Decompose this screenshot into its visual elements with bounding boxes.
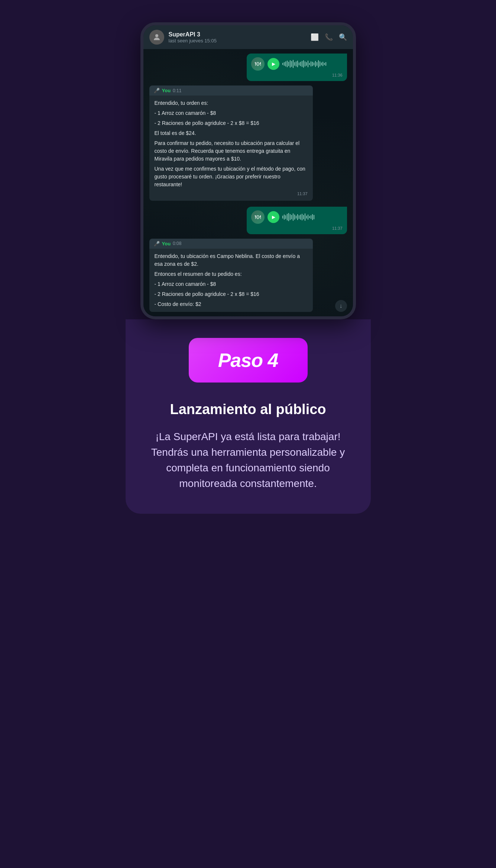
you-duration-1: 0:11 xyxy=(173,88,181,93)
voice-time-2: 11:37 xyxy=(251,226,343,230)
incoming-voice-1: 🍽 xyxy=(247,54,347,81)
play-button-1[interactable] xyxy=(268,58,279,70)
msg-line: El total es de $24. xyxy=(155,129,308,137)
msg-line: - Costo de envío: $2 xyxy=(155,300,308,308)
msg-line: - 1 Arroz con camarón - $8 xyxy=(155,280,308,288)
launch-description: ¡La SuperAPI ya está lista para trabajar… xyxy=(148,429,349,491)
phone-icon[interactable]: 📞 xyxy=(325,33,333,41)
contact-avatar xyxy=(149,30,164,45)
voice-row-1: 🍽 xyxy=(251,57,343,71)
header-icons: ⬜ 📞 🔍 xyxy=(311,33,347,41)
contact-status: last seen jueves 15:05 xyxy=(169,38,306,43)
you-body-2: Entendido, tu ubicación es Campo Neblina… xyxy=(149,249,313,312)
you-body-1: Entendido, tu orden es: - 1 Arroz con ca… xyxy=(149,96,313,201)
waveform-2 xyxy=(282,213,343,221)
chat-window: SuperAPI 3 last seen jueves 15:05 ⬜ 📞 🔍 xyxy=(140,22,356,319)
voice-bubble-2: 🍽 xyxy=(247,207,347,234)
purple-section: Paso 4 Lanzamiento al público ¡La SuperA… xyxy=(126,319,371,514)
you-label-1: You xyxy=(162,88,171,93)
you-duration-2: 0:08 xyxy=(173,241,181,246)
mic-icon-2: 🎤 xyxy=(154,241,160,246)
search-icon[interactable]: 🔍 xyxy=(339,33,347,41)
launch-title: Lanzamiento al público xyxy=(170,401,326,418)
scroll-down-button[interactable]: ↓ xyxy=(335,300,347,312)
video-icon[interactable]: ⬜ xyxy=(311,33,319,41)
incoming-voice-2: 🍽 xyxy=(247,207,347,234)
voice-bubble-1: 🍽 xyxy=(247,54,347,81)
msg-line: Entonces el resumen de tu pedido es: xyxy=(155,270,308,278)
contact-info: SuperAPI 3 last seen jueves 15:05 xyxy=(169,31,306,43)
launch-section: Lanzamiento al público ¡La SuperAPI ya e… xyxy=(137,401,360,492)
msg-line: - 1 Arroz con camarón - $8 xyxy=(155,109,308,117)
chat-header: SuperAPI 3 last seen jueves 15:05 ⬜ 📞 🔍 xyxy=(143,25,353,49)
sender-avatar-1: 🍽 xyxy=(251,57,265,71)
phone-mockup: SuperAPI 3 last seen jueves 15:05 ⬜ 📞 🔍 xyxy=(140,22,356,319)
sender-avatar-2: 🍽 xyxy=(251,210,265,224)
you-header-2: 🎤 You 0:08 xyxy=(149,239,313,249)
msg-line: - 2 Raciones de pollo agridulce - 2 x $8… xyxy=(155,290,308,298)
paso-badge: Paso 4 xyxy=(189,338,308,383)
mic-icon-1: 🎤 xyxy=(154,88,160,93)
voice-row-2: 🍽 xyxy=(251,210,343,224)
msg-line: Para confirmar tu pedido, necesito tu ub… xyxy=(155,139,308,163)
you-label-2: You xyxy=(162,241,171,246)
msg-line: - 2 Raciones de pollo agridulce - 2 x $8… xyxy=(155,119,308,127)
chat-body: 🍽 xyxy=(143,49,353,316)
contact-name: SuperAPI 3 xyxy=(169,31,306,38)
msg-line: Una vez que me confirmes tu ubicación y … xyxy=(155,165,308,188)
voice-time-1: 11:36 xyxy=(251,73,343,77)
you-message-2: 🎤 You 0:08 Entendido, tu ubicación es Ca… xyxy=(149,239,313,312)
msg-line: Entendido, tu orden es: xyxy=(155,99,308,107)
msg-time-1: 11:37 xyxy=(155,191,308,197)
you-message-1: 🎤 You 0:11 Entendido, tu orden es: - 1 A… xyxy=(149,85,313,201)
svg-point-0 xyxy=(155,34,158,37)
paso-label: Paso 4 xyxy=(211,349,285,371)
page-wrapper: SuperAPI 3 last seen jueves 15:05 ⬜ 📞 🔍 xyxy=(7,22,489,514)
waveform-1 xyxy=(282,60,343,68)
you-header-1: 🎤 You 0:11 xyxy=(149,85,313,96)
msg-line: Entendido, tu ubicación es Campo Neblina… xyxy=(155,252,308,268)
play-button-2[interactable] xyxy=(268,211,279,223)
